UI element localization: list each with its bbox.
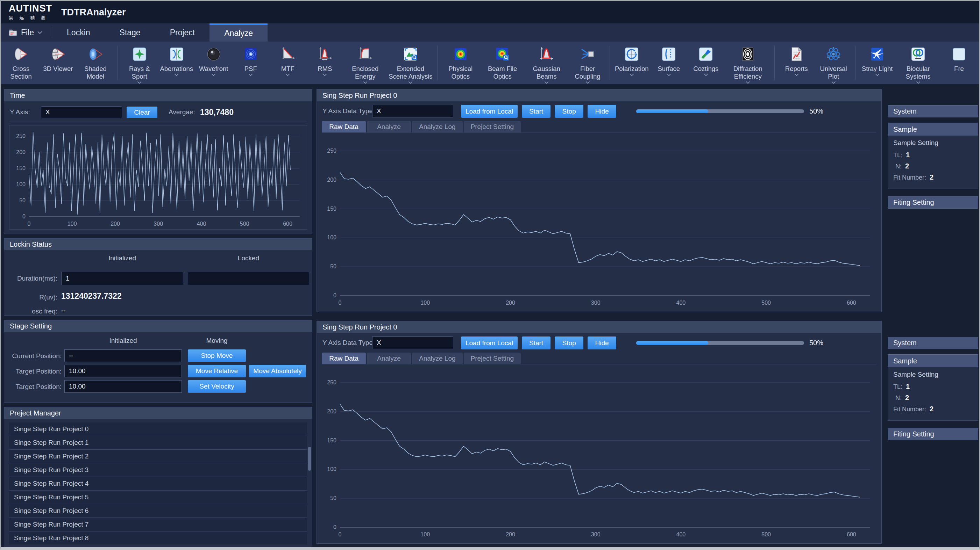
toolbar-item-rms[interactable]: RMS [307, 45, 342, 76]
menu-stage[interactable]: Stage [105, 24, 155, 41]
menu-file[interactable]: File [1, 24, 52, 41]
duration-initialized-input[interactable] [61, 272, 183, 285]
tab-analyze-log[interactable]: Analyze Log [412, 353, 463, 364]
time-chart: 0501001502002500100200300400500600 [10, 125, 307, 229]
svg-text:500: 500 [761, 531, 771, 537]
svg-text:250: 250 [327, 148, 336, 154]
fit-number-label: Fit Number: [893, 174, 926, 181]
toolbar-item-physical-optics[interactable]: Physical Optics [442, 45, 479, 80]
toolbar-item-mtf[interactable]: MTF [270, 45, 305, 76]
tab-preject-setting[interactable]: Preject Setting [464, 353, 521, 364]
toolbar-item-biocular[interactable]: Biocular Systems [897, 45, 939, 84]
sidebar-item-system[interactable]: System [888, 337, 978, 349]
toolbar-separator [118, 46, 118, 80]
toolbar-item-coztings[interactable]: Coztings [688, 45, 723, 76]
tab-raw-data[interactable]: Raw Data [322, 121, 366, 132]
chevron-down-icon [916, 81, 921, 84]
stop-move-button[interactable]: Stop Move [188, 349, 246, 362]
toolbar-item-enclosed-energy[interactable]: Enclosed Energy [345, 45, 386, 84]
project-manager-title: Preject Manager [4, 407, 312, 419]
toolbar-item-wavefront[interactable]: Wavefront [196, 45, 231, 76]
toolbar-item-gaussian-beams[interactable]: Gaussian Beams [526, 45, 568, 84]
sidebar-item-fiting-setting[interactable]: Fiting Setting [888, 428, 978, 440]
svg-text:0: 0 [22, 214, 25, 219]
toolbar-item-diffraction[interactable]: Diffraction Efficiency [725, 45, 770, 84]
svg-text:0: 0 [333, 524, 336, 530]
tab-analyze[interactable]: Analyze [367, 121, 411, 132]
target-position-input-2[interactable] [64, 380, 182, 393]
duration-locked-input[interactable] [188, 272, 309, 285]
list-item[interactable]: Singe Step Run Project 8 [9, 531, 307, 544]
duration-label: Duration(ms): [4, 275, 57, 282]
toolbar-item-polarization[interactable]: Polarization [614, 45, 649, 76]
sidebar-item-fiting-setting[interactable]: Fiting Setting [888, 196, 978, 209]
autinst-logo: AUTINST 昊 远 精 测 [9, 4, 52, 21]
toolbar-item-psf[interactable]: PSF [233, 45, 268, 76]
list-item[interactable]: Singe Step Run Project 0 [9, 422, 307, 436]
load-from-local-button[interactable]: Load from Local [461, 105, 518, 118]
move-absolutely-button[interactable]: Move Absolutely [249, 365, 306, 377]
y-axis-data-type-input[interactable] [372, 105, 453, 117]
hide-button[interactable]: Hide [587, 105, 616, 118]
list-item[interactable]: Singe Step Run Project 3 [9, 463, 307, 477]
raw-data-chart: 0501001502002500100200300400500600 [320, 136, 877, 308]
toolbar-item-3d-viewer[interactable]: 3D Viewer [41, 45, 76, 73]
list-item[interactable]: Singe Step Run Project 6 [9, 504, 307, 518]
tab-preject-setting[interactable]: Preject Setting [464, 121, 521, 132]
current-position-input[interactable] [64, 349, 182, 362]
svg-text:200: 200 [506, 300, 515, 306]
cross-section-icon [13, 45, 29, 63]
tab-analyze[interactable]: Analyze [367, 353, 411, 364]
sidebar-item-system[interactable]: System [888, 105, 978, 117]
divider [9, 122, 307, 122]
toolbar-item-beam-file[interactable]: Beam File Optics [482, 45, 523, 80]
start-button[interactable]: Start [522, 336, 550, 349]
progress-bar[interactable] [636, 109, 804, 113]
toolbar-item-rays-sport[interactable]: Rays & Sport [122, 45, 157, 84]
scrollbar-thumb[interactable] [308, 447, 311, 471]
tab-raw-data[interactable]: Raw Data [322, 353, 366, 364]
start-button[interactable]: Start [522, 105, 550, 118]
list-item[interactable]: Singe Step Run Project 1 [9, 436, 307, 450]
list-item[interactable]: Singe Step Run Project 4 [9, 477, 307, 491]
gaussian-beams-icon [538, 45, 555, 63]
stop-button[interactable]: Stop [555, 105, 583, 118]
chevron-down-icon [137, 81, 142, 84]
hide-button[interactable]: Hide [587, 336, 616, 349]
toolbar-item-label: Physical Optics [442, 65, 479, 80]
menu-project[interactable]: Project [155, 24, 210, 41]
toolbar-item-surface[interactable]: Surface [651, 45, 686, 76]
toolbar-item-extended-scene[interactable]: Extended Scene Analysis [388, 45, 433, 84]
reports-icon [788, 45, 805, 63]
move-relative-button[interactable]: Move Relative [188, 365, 246, 377]
sample-settings-panel: Sample Setting TL:1 N:2 Fit Number:2 [888, 136, 978, 189]
toolbar-item-fiber-coupling[interactable]: Fiber Coupling [570, 45, 606, 84]
list-item[interactable]: Singe Step Run Project 7 [9, 518, 307, 531]
toolbar-item-aberrations[interactable]: Aberrations [159, 45, 194, 76]
toolbar-item-fre[interactable]: Fre [942, 45, 977, 73]
toolbar-item-universal-plot[interactable]: Universal Plot [816, 45, 851, 84]
load-from-local-button[interactable]: Load from Local [461, 336, 518, 349]
menu-lockin[interactable]: Lockin [52, 24, 105, 41]
target-position-input-1[interactable] [64, 365, 182, 377]
toolbar-item-shaded-model[interactable]: Shaded Model [78, 45, 113, 80]
app-window: AUTINST 昊 远 精 测 TDTRAnalyzer File Lockin… [0, 0, 980, 550]
y-axis-input[interactable] [41, 106, 122, 118]
svg-text:0: 0 [28, 221, 31, 227]
toolbar-item-stray-light[interactable]: Stray Light [860, 45, 895, 76]
list-item[interactable]: Singe Step Run Project 5 [9, 491, 307, 504]
sidebar-item-sample[interactable]: Sample [888, 123, 978, 136]
list-item[interactable]: Singe Step Run Project 2 [9, 450, 307, 463]
stop-button[interactable]: Stop [555, 336, 583, 349]
toolbar-item-cross-section[interactable]: Cross Section [3, 45, 38, 80]
set-velocity-button[interactable]: Set Velocity [188, 380, 246, 393]
svg-text:100: 100 [420, 531, 430, 537]
sidebar-item-sample[interactable]: Sample [888, 354, 978, 367]
svg-text:150: 150 [327, 437, 336, 444]
progress-bar[interactable] [636, 341, 804, 345]
clear-button[interactable]: Clear [127, 106, 158, 118]
menu-analyze[interactable]: Analyze [210, 24, 267, 41]
toolbar-item-reports[interactable]: Reports [779, 45, 814, 76]
tab-analyze-log[interactable]: Analyze Log [412, 121, 463, 132]
y-axis-data-type-input[interactable] [372, 336, 453, 349]
